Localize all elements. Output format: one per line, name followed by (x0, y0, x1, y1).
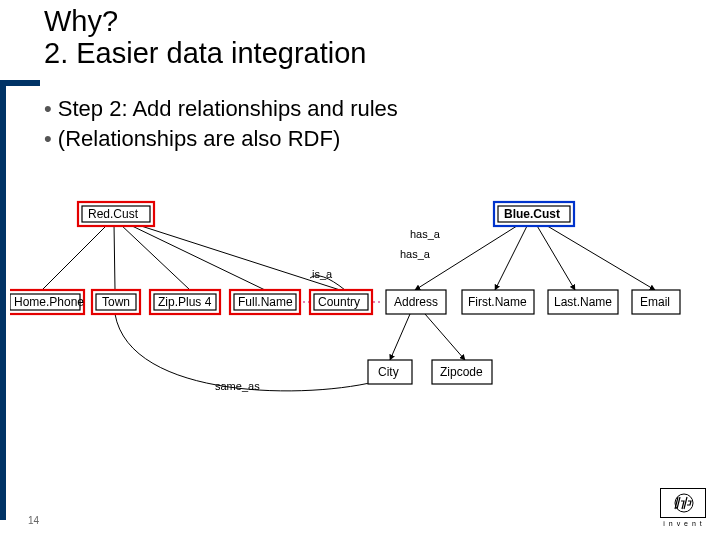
edge-redcust-country (135, 224, 340, 290)
node-label: Last.Name (554, 295, 612, 309)
svg-line-2 (120, 224, 190, 290)
svg-line-6 (495, 224, 528, 290)
edge-bluecust-firstname (495, 224, 528, 290)
title-line-1: Why? (44, 6, 684, 38)
edge-same-as: same_as (115, 314, 382, 392)
node-label: Red.Cust (88, 207, 139, 221)
node-zipcode: Zipcode (432, 360, 492, 384)
node-label: Country (318, 295, 360, 309)
edge-label-has-a-1: has_a (410, 228, 441, 240)
bullet-list: Step 2: Add relationships and rules (Rel… (44, 94, 684, 153)
node-last-name: Last.Name (548, 290, 618, 314)
hp-logo-tagline: i n v e n t (660, 520, 706, 527)
node-label: City (378, 365, 399, 379)
edge-redcust-zipplus4 (120, 224, 190, 290)
edge-label-has-a-2: has_a (400, 248, 431, 260)
svg-line-4 (135, 224, 340, 290)
edge-label-is-a: is_a (312, 268, 333, 280)
edge-redcust-town (114, 224, 115, 290)
node-zip-plus4: Zip.Plus 4 (150, 290, 220, 314)
node-label: First.Name (468, 295, 527, 309)
svg-line-0 (42, 224, 108, 290)
node-label: Blue.Cust (504, 207, 560, 221)
slide-title: Why? 2. Easier data integration (44, 6, 684, 70)
slide-corner-bar (6, 80, 40, 86)
svg-line-8 (544, 224, 655, 290)
edge-address-city (390, 314, 410, 360)
node-red-cust: Red.Cust (78, 202, 154, 226)
node-label: Address (394, 295, 438, 309)
node-country: Country (310, 290, 372, 314)
node-blue-cust: Blue.Cust (494, 202, 574, 226)
edge-redcust-fullname (128, 224, 265, 290)
node-home-phone: Home.Phone (10, 290, 84, 314)
rdf-diagram: has_a has_a is_a same_as Red.Cust Blue.C… (10, 190, 710, 420)
node-full-name: Full.Name (230, 290, 300, 314)
edge-bluecust-lastname (536, 224, 575, 290)
edge-bluecust-email (544, 224, 655, 290)
node-city: City (368, 360, 412, 384)
slide-left-bar (0, 80, 6, 520)
page-number: 14 (28, 515, 39, 526)
node-label: Email (640, 295, 670, 309)
edge-redcust-homephone (42, 224, 108, 290)
edge-label-same-as: same_as (215, 380, 260, 392)
edge-is-a: is_a (310, 268, 345, 290)
node-label: Zip.Plus 4 (158, 295, 212, 309)
hp-logo-box (660, 488, 706, 518)
svg-line-9 (390, 314, 410, 360)
hp-logo-icon (669, 493, 699, 513)
node-first-name: First.Name (462, 290, 534, 314)
bullet-item: Step 2: Add relationships and rules (44, 94, 684, 124)
node-label: Full.Name (238, 295, 293, 309)
svg-line-7 (536, 224, 575, 290)
node-address: Address (386, 290, 446, 314)
bullet-item: (Relationships are also RDF) (44, 124, 684, 154)
title-line-2: 2. Easier data integration (44, 38, 684, 70)
node-label: Zipcode (440, 365, 483, 379)
svg-line-1 (114, 224, 115, 290)
node-email: Email (632, 290, 680, 314)
node-label: Town (102, 295, 130, 309)
svg-line-10 (425, 314, 465, 360)
node-label: Home.Phone (14, 295, 84, 309)
edge-address-zipcode (425, 314, 465, 360)
svg-line-3 (128, 224, 265, 290)
node-town: Town (92, 290, 140, 314)
hp-logo: i n v e n t (660, 488, 706, 532)
